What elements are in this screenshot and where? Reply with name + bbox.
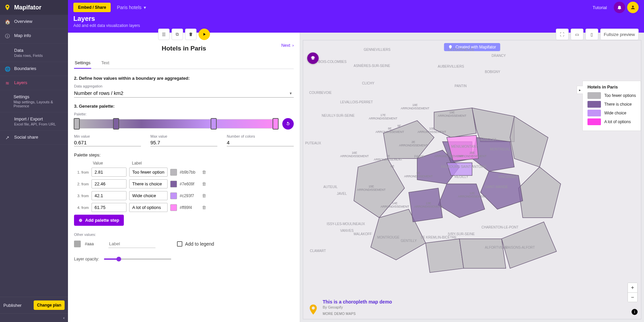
other-hex: #aaa (85, 242, 104, 246)
nav-label: Social share (14, 135, 38, 140)
region (354, 158, 405, 218)
regenerate-palette-button[interactable] (282, 118, 294, 130)
bell-icon (617, 5, 622, 10)
list-view-button[interactable]: ☰ (158, 29, 170, 40)
main: ☰ ⧉ Hotels in Paris Next › Settings Text… (68, 33, 644, 322)
delete-button[interactable] (185, 29, 196, 40)
legend-label: Wide choice (604, 111, 626, 115)
play-icon (202, 32, 207, 37)
play-button[interactable] (199, 29, 210, 40)
other-color-swatch[interactable] (74, 241, 81, 247)
legend-collapse-button[interactable]: ▸ (577, 86, 583, 94)
duplicate-button[interactable]: ⧉ (172, 29, 183, 40)
attribution-more[interactable]: MORE DEMO MAPS (323, 312, 392, 316)
checkbox-icon (177, 241, 182, 247)
col-value: Value (93, 161, 128, 166)
user-menu-button[interactable] (627, 2, 639, 13)
step-label-input[interactable] (129, 191, 168, 200)
step-value-input[interactable] (92, 203, 127, 212)
zoom-in-button[interactable]: + (628, 283, 637, 292)
sidebar-collapse-button[interactable]: ‹ (0, 313, 68, 322)
change-plan-button[interactable]: Change plan (34, 300, 65, 310)
max-label: Max value (150, 134, 217, 138)
map-frame[interactable]: Created with Mapifator (303, 40, 641, 319)
palette-row (74, 118, 294, 130)
legend-title: Hotels in Paris (587, 84, 636, 90)
sidebar-item-import-export[interactable]: Import / ExportExcel file, API, From URL (0, 112, 68, 131)
sidebar-item-map-info[interactable]: ⓘMap info (0, 29, 68, 44)
editor-scroll[interactable]: 2. Define how values within a boundary a… (68, 69, 300, 322)
step-delete-button[interactable]: 🗑 (202, 205, 206, 210)
step-value-input[interactable] (92, 168, 127, 177)
region (472, 138, 514, 171)
step-value-input[interactable] (92, 179, 127, 188)
palette-step-row: 1. from#b9b7bb🗑 (74, 168, 294, 177)
palette-handle-1[interactable] (74, 118, 80, 130)
preview-toolbar: ⛶ ▭ ▯ Fullsize preview (556, 29, 639, 40)
sidebar-item-social-share[interactable]: ↗Social share (0, 131, 68, 145)
add-palette-step-button[interactable]: ⊕ Add palette step (74, 215, 124, 226)
palette-steps-list: 1. from#b9b7bb🗑2. from#7e609f🗑3. from#c2… (74, 168, 294, 212)
num-colors-input[interactable] (227, 139, 294, 146)
mobile-preview-button[interactable]: ▯ (585, 29, 598, 40)
desktop-preview-button[interactable]: ⛶ (556, 29, 569, 40)
tab-settings[interactable]: Settings (74, 58, 91, 69)
chevron-down-icon: ▾ (144, 5, 146, 10)
step-hex: #b9b7bb (180, 170, 199, 175)
map-attribution: This is a choropleth map demo By Geoapif… (307, 299, 392, 316)
legend-row: There is choice (587, 101, 636, 108)
step2-heading: 2. Define how values within a boundary a… (74, 76, 294, 81)
next-button[interactable]: Next › (281, 43, 294, 48)
zoom-out-button[interactable]: − (628, 292, 637, 302)
step-label-input[interactable] (129, 168, 168, 177)
palette-handle-3[interactable] (211, 118, 217, 130)
sidebar-item-overview[interactable]: 🏠Overview (0, 15, 68, 29)
other-label-input[interactable] (108, 240, 155, 248)
fullsize-preview-button[interactable]: Fullsize preview (600, 29, 639, 40)
nav-sublabel: Excel file, API, From URL (14, 122, 56, 126)
slider-knob[interactable] (116, 257, 121, 261)
sidebar-item-settings[interactable]: SettingsMap settings, Layouts & Presence (0, 90, 68, 112)
step-delete-button[interactable]: 🗑 (202, 170, 206, 175)
notifications-button[interactable] (614, 2, 625, 13)
attribution-pin-icon (307, 303, 319, 316)
step-label-input[interactable] (129, 179, 168, 188)
step-hex: #ff89f4 (180, 205, 199, 210)
palette-gradient[interactable] (74, 119, 278, 129)
step-color-swatch[interactable] (170, 204, 177, 211)
editor-tabs: Settings Text (74, 58, 294, 69)
aggregation-select[interactable] (74, 89, 294, 98)
step-color-swatch[interactable] (170, 169, 177, 176)
add-to-legend-checkbox[interactable]: Add to legend (177, 241, 214, 247)
legend-swatch (587, 92, 601, 99)
step-value-input[interactable] (92, 191, 127, 200)
min-value-input[interactable] (74, 139, 141, 146)
logo-icon (4, 4, 11, 11)
opacity-slider[interactable] (104, 258, 171, 260)
tab-text[interactable]: Text (101, 58, 110, 69)
nav-label: Layers (14, 80, 27, 85)
step-delete-button[interactable]: 🗑 (202, 193, 206, 198)
sidebar-item-data[interactable]: DataData rows, Fields (0, 44, 68, 62)
min-label: Min value (74, 134, 141, 138)
step-color-swatch[interactable] (170, 192, 177, 199)
nav-icon: ≋ (5, 80, 10, 86)
embed-share-button[interactable]: Embed / Share (73, 3, 111, 12)
attribution-title[interactable]: This is a choropleth map demo (323, 299, 392, 305)
max-value-input[interactable] (150, 139, 217, 146)
aggregation-value[interactable] (74, 89, 294, 98)
step-index: 3. from (74, 194, 89, 198)
step-color-swatch[interactable] (170, 181, 177, 187)
step-label-input[interactable] (129, 203, 168, 212)
sidebar-item-boundaries[interactable]: 🌐Boundaries (0, 62, 68, 76)
palette-handle-4[interactable] (273, 118, 279, 130)
sidebar-item-layers[interactable]: ≋Layers (0, 76, 68, 90)
legend-swatch (587, 118, 601, 125)
project-selector[interactable]: Paris hotels ▾ (117, 5, 146, 10)
nav-icon: ↗ (5, 135, 10, 140)
tablet-preview-button[interactable]: ▭ (571, 29, 583, 40)
palette-handle-2[interactable] (113, 118, 119, 130)
map-info-button[interactable]: i (632, 309, 638, 315)
step-delete-button[interactable]: 🗑 (202, 181, 206, 186)
tutorial-link[interactable]: Tutorial (593, 5, 607, 10)
